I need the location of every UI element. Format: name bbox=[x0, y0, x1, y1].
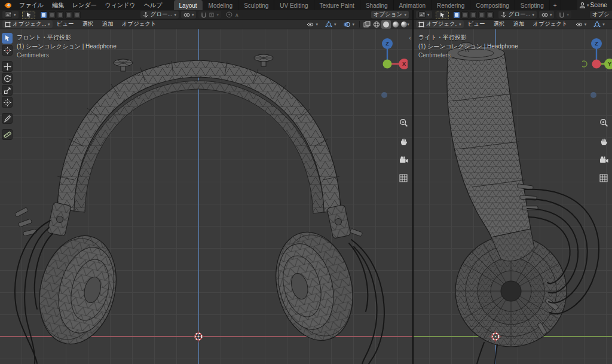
menu-file[interactable]: ファイル bbox=[15, 0, 48, 10]
toggle-icon-3[interactable] bbox=[470, 11, 477, 19]
menu-object[interactable]: オブジェクト bbox=[117, 20, 160, 28]
menu-render[interactable]: レンダー bbox=[68, 0, 101, 10]
tab-compositing[interactable]: Compositing bbox=[470, 0, 515, 10]
magnifier-icon bbox=[599, 118, 608, 127]
pan-button[interactable] bbox=[598, 135, 610, 147]
select-cursor-icon bbox=[4, 35, 11, 42]
tool-annotate[interactable] bbox=[2, 113, 13, 124]
pan-button[interactable] bbox=[397, 135, 409, 147]
toggle-icon-2[interactable] bbox=[48, 11, 56, 19]
orientation-dropdown[interactable]: グロー... ▾ bbox=[140, 11, 179, 19]
gizmo-minus-z-axis[interactable] bbox=[381, 92, 387, 98]
gizmo-minus-y-axis[interactable] bbox=[582, 61, 587, 67]
viewport-side[interactable]: ライト・平行投影 (1) シーンコレクション | Headphone Centi… bbox=[414, 29, 612, 364]
gizmo-minus-z-axis[interactable] bbox=[590, 92, 596, 98]
toggle-icon-5[interactable] bbox=[74, 11, 81, 19]
ortho-toggle-button[interactable] bbox=[598, 172, 610, 184]
shading-solid-button[interactable] bbox=[381, 20, 391, 29]
tab-animation[interactable]: Animation bbox=[394, 0, 432, 10]
editor-type-button[interactable]: ▾ bbox=[416, 11, 432, 19]
ortho-toggle-button[interactable] bbox=[397, 172, 409, 184]
tab-sculpting[interactable]: Sculpting bbox=[238, 0, 274, 10]
shading-material-button[interactable] bbox=[391, 20, 400, 29]
menu-help[interactable]: ヘルプ bbox=[140, 0, 167, 10]
gizmos-dropdown[interactable]: ▾ bbox=[591, 20, 607, 28]
area-splitter[interactable] bbox=[412, 10, 414, 364]
chevron-down-icon: ▾ bbox=[587, 3, 589, 7]
toggle-icon-1[interactable] bbox=[40, 11, 47, 19]
menu-select[interactable]: 選択 bbox=[489, 20, 509, 28]
zoom-button[interactable] bbox=[397, 117, 409, 129]
editor-type-button[interactable]: ▾ bbox=[2, 11, 19, 19]
visibility-dropdown[interactable]: ▾ bbox=[304, 20, 320, 28]
zoom-button[interactable] bbox=[598, 117, 610, 129]
falloff-icon[interactable]: ∧ bbox=[235, 12, 239, 18]
tool-measure[interactable] bbox=[2, 129, 13, 140]
sidebar-toggle-icon[interactable]: ‹ bbox=[409, 34, 411, 41]
mode-dropdown[interactable]: オブジェク... ▾ bbox=[416, 20, 464, 28]
gizmos-dropdown[interactable]: ▾ bbox=[323, 20, 339, 28]
tab-layout[interactable]: Layout bbox=[174, 0, 203, 10]
pivot-point-dropdown[interactable]: ▾ bbox=[539, 11, 555, 19]
chevron-down-icon: ▾ bbox=[550, 13, 552, 17]
active-tool-button[interactable] bbox=[22, 11, 35, 19]
menu-add[interactable]: 追加 bbox=[97, 20, 117, 28]
overlays-dropdown[interactable]: ▾ bbox=[341, 20, 357, 28]
pivot-point-dropdown[interactable]: ▾ bbox=[181, 11, 197, 19]
visibility-dropdown[interactable]: ▾ bbox=[573, 20, 589, 28]
tool-select[interactable] bbox=[2, 33, 13, 44]
chevron-down-icon: ▾ bbox=[316, 22, 318, 26]
tool-cursor[interactable] bbox=[2, 45, 13, 56]
topbar: ファイル 編集 レンダー ウィンドウ ヘルプ Layout Modeling S… bbox=[0, 0, 612, 10]
gizmo-x-axis[interactable] bbox=[592, 60, 601, 69]
menu-add[interactable]: 追加 bbox=[509, 20, 528, 28]
gizmo-y-axis[interactable] bbox=[383, 60, 392, 69]
shading-wireframe-button[interactable] bbox=[372, 20, 381, 29]
tab-scripting[interactable]: Scripting bbox=[515, 0, 550, 10]
viewport-front[interactable]: フロント・平行投影 (1) シーンコレクション | Headphone Cent… bbox=[0, 29, 412, 364]
menu-select[interactable]: 選択 bbox=[78, 20, 97, 28]
menu-window[interactable]: ウィンドウ bbox=[101, 0, 140, 10]
shading-rendered-button[interactable]: ▾ bbox=[400, 20, 410, 29]
mode-dropdown[interactable]: オブジェク... ▾ bbox=[2, 20, 53, 28]
overlays-dropdown[interactable]: ▾ bbox=[610, 20, 612, 28]
menu-view[interactable]: ビュー bbox=[53, 20, 78, 28]
tab-rendering[interactable]: Rendering bbox=[432, 0, 470, 10]
3d-cursor bbox=[192, 331, 204, 342]
select-cursor-icon bbox=[439, 12, 445, 18]
tool-rotate[interactable] bbox=[2, 73, 13, 84]
active-tool-button[interactable] bbox=[436, 11, 449, 19]
tab-shading[interactable]: Shading bbox=[360, 0, 394, 10]
overlays-icon bbox=[343, 21, 350, 28]
snap-dropdown[interactable]: ▾ bbox=[556, 11, 571, 19]
toggle-icon-3[interactable] bbox=[57, 11, 64, 19]
tab-modeling[interactable]: Modeling bbox=[203, 0, 239, 10]
menu-view[interactable]: ビュー bbox=[464, 20, 489, 28]
tab-texture-paint[interactable]: Texture Paint bbox=[314, 0, 360, 10]
tool-move[interactable] bbox=[2, 61, 13, 72]
toggle-icon-2[interactable] bbox=[461, 11, 469, 19]
navigation-gizmo[interactable]: Z X bbox=[369, 34, 408, 106]
tool-scale[interactable] bbox=[2, 85, 13, 96]
add-workspace-button[interactable]: + bbox=[550, 0, 561, 10]
toggle-icon-4[interactable] bbox=[65, 11, 72, 19]
snap-dropdown[interactable]: ▾ bbox=[198, 11, 221, 19]
toggle-icon-5[interactable] bbox=[486, 11, 494, 19]
xray-toggle[interactable] bbox=[362, 20, 372, 29]
hinge-left bbox=[47, 202, 71, 236]
proportional-edit-toggle[interactable] bbox=[224, 11, 235, 19]
options-dropdown[interactable]: オプション ▾ bbox=[371, 11, 409, 19]
camera-view-button[interactable] bbox=[598, 154, 610, 166]
menu-object[interactable]: オブジェクト bbox=[528, 20, 571, 28]
tool-transform[interactable] bbox=[2, 97, 13, 108]
blender-logo[interactable] bbox=[4, 2, 12, 9]
tab-uv-editing[interactable]: UV Editing bbox=[274, 0, 314, 10]
menu-edit[interactable]: 編集 bbox=[48, 0, 68, 10]
orientation-dropdown[interactable]: グロー... ▾ bbox=[498, 11, 537, 19]
toggle-icon-4[interactable] bbox=[478, 11, 485, 19]
navigation-gizmo[interactable]: Z Y bbox=[582, 34, 612, 106]
camera-view-button[interactable] bbox=[397, 154, 409, 166]
options-dropdown[interactable]: オプシ bbox=[590, 11, 612, 19]
scene-selector[interactable]: ▾ Scene bbox=[577, 0, 612, 10]
toggle-icon-1[interactable] bbox=[453, 11, 460, 19]
